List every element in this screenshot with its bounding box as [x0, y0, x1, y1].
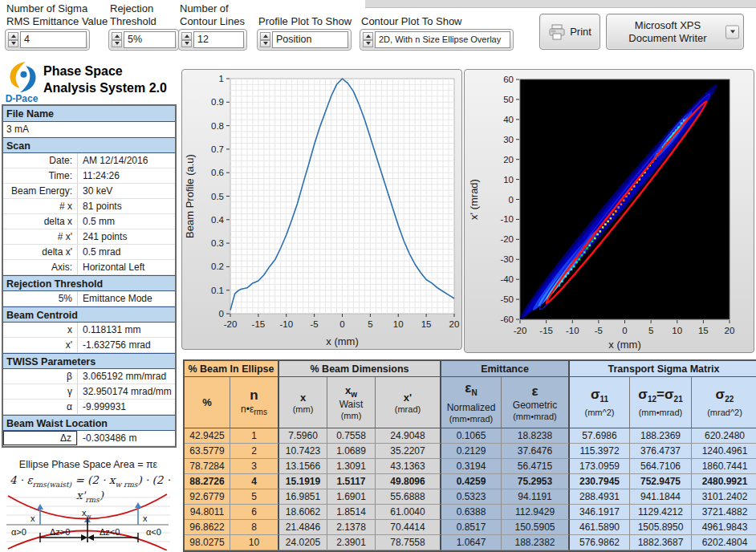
contour-lines-control[interactable]: 12	[178, 29, 247, 51]
twiss-beta-row: β3.065192 mm/mrad	[3, 369, 175, 384]
centroid-x-row: x0.118131 mm	[3, 323, 175, 338]
table-cell: 10.7423	[279, 444, 327, 459]
rejection-value-field[interactable]: 5%	[124, 31, 176, 48]
table-cell: 24.0205	[279, 535, 327, 550]
table-cell: 88.2726	[185, 474, 230, 489]
spin-up-icon[interactable]	[112, 32, 122, 40]
col-header-xw: xwWaist(mm)	[327, 377, 376, 428]
col-header-n: nn•εrms	[230, 377, 279, 428]
col-header-sigma12: σ12=σ21(mm•mrad)	[630, 377, 692, 428]
centroid-xp-row: x'-1.632756 mrad	[3, 338, 175, 353]
table-cell: 576.9862	[570, 535, 630, 550]
table-cell: 461.5890	[570, 520, 630, 535]
svg-text:0: 0	[509, 195, 514, 205]
table-cell: 6202.4804	[692, 535, 756, 550]
spin-up-icon[interactable]	[363, 32, 373, 40]
svg-text:0: 0	[339, 319, 344, 329]
svg-text:0: 0	[219, 309, 224, 319]
svg-text:-60: -60	[500, 315, 514, 324]
table-cell: 173.0959	[570, 459, 630, 474]
scan-date-row: Date:AM 12/14/2016	[3, 153, 175, 168]
table-cell: 150.5905	[502, 520, 570, 535]
print-button[interactable]: Print	[539, 14, 600, 50]
printer-select-dropdown[interactable]: Microsoft XPS Document Writer	[606, 14, 744, 50]
scan-axis-row: Axis:Horizontal Left	[3, 260, 175, 275]
table-cell: 230.7945	[570, 474, 630, 489]
scan-header: Scan	[3, 137, 175, 153]
group-header-sigma-matrix: Transport Sigma Matrix	[570, 361, 756, 377]
svg-text:40: 40	[503, 115, 514, 124]
contour-plot-spinner[interactable]	[363, 32, 373, 47]
dropdown-arrow-button[interactable]	[726, 25, 739, 39]
sigma-control-label: Number of Sigma RMS Emittance Value	[6, 2, 108, 28]
spin-down-icon[interactable]	[260, 40, 270, 48]
spin-down-icon[interactable]	[363, 40, 373, 48]
spin-down-icon[interactable]	[112, 40, 122, 48]
svg-text:0.5: 0.5	[211, 192, 224, 201]
spin-down-icon[interactable]	[181, 40, 192, 48]
table-cell: 0.7558	[327, 428, 376, 444]
table-cell: 1.3091	[327, 459, 376, 474]
sigma-value-control[interactable]: 4	[5, 29, 90, 51]
table-cell: 96.8622	[185, 520, 230, 535]
beam-waist-diagram: x x xw α>0 α<0 Δz>0 Δz<0	[5, 491, 172, 550]
contour-lines-control-label: Number of Contour Lines	[180, 2, 245, 28]
spin-up-icon[interactable]	[260, 32, 270, 40]
svg-text:0.2: 0.2	[211, 262, 224, 271]
dpace-logo-text: D-Pace	[2, 93, 42, 104]
table-cell: 1240.4961	[692, 444, 756, 459]
col-header-sigma22: σ22(mrad^2)	[692, 377, 756, 428]
svg-text:-5: -5	[311, 319, 319, 329]
rejection-threshold-control[interactable]: 5%	[108, 29, 179, 51]
app-title: Phase Space Analysis System 2.0	[43, 63, 167, 96]
spin-down-icon[interactable]	[8, 40, 18, 48]
scan-time-row: Time:11:24:26	[3, 168, 175, 184]
waist-dz-row: Δz-0.303486 m	[3, 431, 175, 446]
table-cell: 78.7284	[185, 459, 230, 474]
rejection-spinner[interactable]	[112, 32, 122, 47]
x-left-label: x	[30, 513, 35, 523]
table-cell: 18.8238	[502, 428, 570, 444]
sigma-value-field[interactable]: 4	[20, 31, 87, 48]
table-cell: 57.6986	[570, 428, 630, 444]
alpha-negative-label: α<0	[146, 527, 161, 537]
profile-plot-select[interactable]: Position	[257, 29, 352, 51]
table-cell: 752.9475	[630, 474, 692, 489]
table-cell: 188.2369	[630, 428, 692, 444]
table-cell: 10	[230, 535, 279, 550]
phase-space-analysis-window: Number of Sigma RMS Emittance Value 4 Re…	[0, 0, 756, 552]
contour-lines-value-field[interactable]: 12	[193, 31, 244, 48]
svg-text:x (mm): x (mm)	[608, 339, 640, 351]
table-cell: 2480.9921	[692, 474, 756, 489]
table-cell: 1505.8950	[630, 520, 692, 535]
svg-text:0.8: 0.8	[211, 121, 224, 131]
contour-lines-spinner[interactable]	[181, 32, 192, 47]
svg-text:10: 10	[672, 326, 682, 335]
table-cell: 288.4931	[570, 489, 630, 505]
contour-plot-value-field[interactable]: 2D, With n Size Ellipse Overlay	[375, 31, 510, 48]
group-header-beam-dimensions: % Beam Dimensions	[279, 361, 441, 377]
spin-up-icon[interactable]	[8, 32, 18, 40]
twiss-header: TWISS Parameters	[3, 353, 175, 369]
contour-plot-select[interactable]: 2D, With n Size Ellipse Overlay	[360, 29, 514, 51]
table-cell: 0.2129	[441, 444, 502, 459]
svg-text:-15: -15	[539, 326, 553, 335]
svg-text:50: 50	[503, 95, 514, 104]
dpace-logo-icon	[5, 61, 42, 93]
profile-plot-value-field[interactable]: Position	[272, 31, 348, 48]
scan-numx-row: # x81 points	[3, 199, 175, 214]
table-cell: 0.3194	[441, 459, 502, 474]
table-cell: 21.4846	[279, 520, 327, 535]
table-cell: 61.0040	[376, 505, 441, 520]
profile-plot-spinner[interactable]	[260, 32, 270, 47]
sigma-spinner[interactable]	[8, 32, 18, 47]
table-cell: 24.9048	[376, 428, 441, 444]
spin-up-icon[interactable]	[181, 32, 192, 40]
app-title-line2: Analysis System 2.0	[43, 79, 167, 96]
table-cell: 3101.2402	[692, 489, 756, 505]
file-name-value: 3 mA	[3, 122, 175, 137]
svg-text:0: 0	[622, 326, 627, 335]
col-header-xprime: x'(mrad)	[376, 377, 441, 428]
table-cell: 3	[230, 459, 279, 474]
table-cell: 70.4414	[376, 520, 441, 535]
